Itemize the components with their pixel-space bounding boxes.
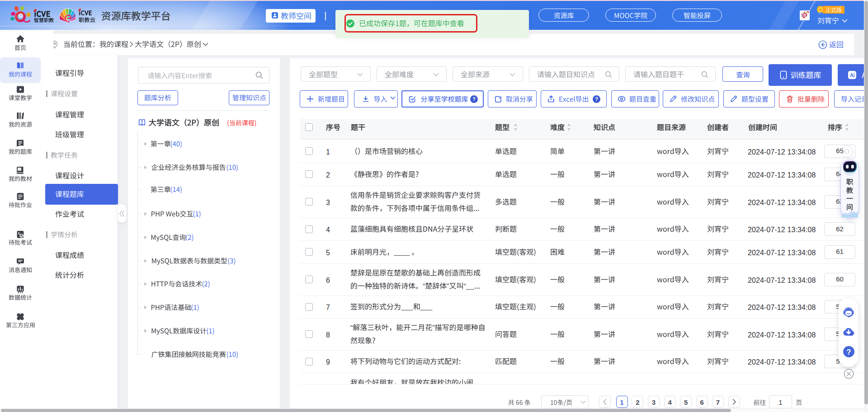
svg-text:?: ? <box>595 96 598 102</box>
svg-text:?: ? <box>472 96 476 102</box>
svg-text:?: ? <box>846 348 851 356</box>
